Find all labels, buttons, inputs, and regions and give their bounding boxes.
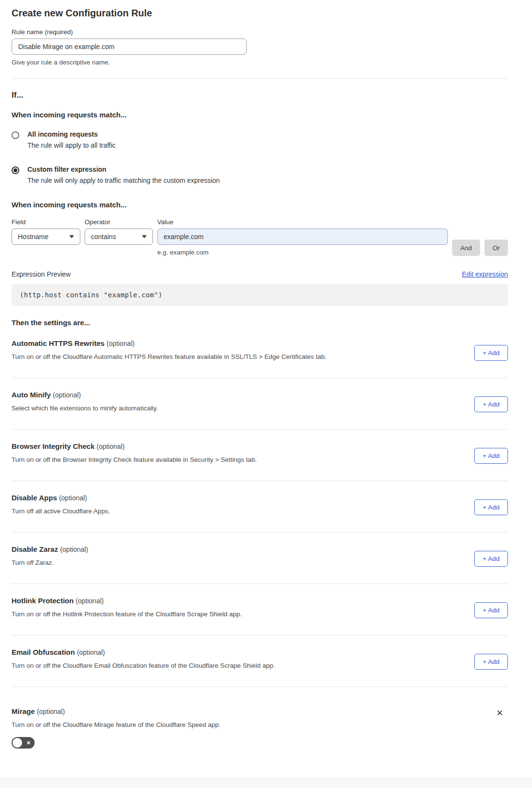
divider [12, 78, 508, 79]
setting-name: Browser Integrity Check [12, 442, 95, 450]
value-label: Value [157, 218, 448, 226]
setting-description: Turn on or off the Browser Integrity Che… [12, 456, 406, 463]
optional-label: (optional) [97, 443, 125, 450]
value-input[interactable] [157, 229, 448, 245]
radio-label: Custom filter expression [27, 165, 220, 173]
setting-name: Email Obfuscation [12, 648, 75, 656]
optional-label: (optional) [59, 494, 87, 502]
radio-option-custom-filter[interactable]: Custom filter expression The rule will o… [12, 165, 508, 184]
radio-label: All incoming requests [27, 130, 115, 138]
optional-label: (optional) [77, 648, 105, 656]
toggle-off-x-icon: ✕ [26, 740, 31, 746]
setting-section-mirage: Mirage (optional) ✕ Turn on or off the C… [12, 687, 508, 749]
settings-list: Automatic HTTPS Rewrites (optional) Turn… [12, 327, 508, 687]
rule-name-help: Give your rule a descriptive name. [12, 59, 508, 66]
add-setting-button[interactable]: + Add [474, 448, 508, 464]
footer-strip [0, 777, 532, 788]
filter-builder-row: Field Hostname Operator contains Value e… [12, 218, 508, 256]
setting-name: Automatic HTTPS Rewrites [12, 339, 104, 347]
page-title: Create new Configuration Rule [12, 8, 508, 19]
if-heading: If... [12, 90, 508, 100]
caret-down-icon [142, 235, 147, 238]
setting-section: Automatic HTTPS Rewrites (optional) Turn… [12, 327, 508, 378]
field-label: Field [12, 218, 80, 226]
setting-section: Auto Minify (optional) Select which file… [12, 378, 508, 430]
setting-section: Disable Apps (optional) Turn off all act… [12, 481, 508, 533]
optional-label: (optional) [107, 340, 135, 347]
add-setting-button[interactable]: + Add [474, 396, 508, 412]
setting-section: Browser Integrity Check (optional) Turn … [12, 430, 508, 481]
setting-section: Email Obfuscation (optional) Turn on or … [12, 635, 508, 687]
setting-name: Mirage [12, 707, 35, 715]
setting-description: Turn on or off the Hotlink Protection fe… [12, 610, 406, 618]
operator-label: Operator [85, 218, 153, 226]
operator-select-value: contains [91, 233, 116, 241]
setting-description: Turn off all active Cloudflare Apps. [12, 508, 406, 515]
filter-builder-heading: When incoming requests match... [12, 201, 508, 209]
and-button[interactable]: And [452, 240, 480, 256]
add-setting-button[interactable]: + Add [474, 345, 508, 361]
close-icon[interactable]: ✕ [495, 708, 504, 718]
mirage-toggle[interactable]: ✕ [12, 737, 35, 749]
setting-description: Turn on or off the Cloudflare Mirage fea… [12, 721, 406, 728]
value-help: e.g. example.com [157, 249, 448, 256]
optional-label: (optional) [37, 708, 65, 715]
create-rule-form: Create new Configuration Rule Rule name … [0, 0, 532, 749]
field-select[interactable]: Hostname [12, 229, 80, 245]
setting-description: Select which file extensions to minify a… [12, 405, 406, 412]
rule-name-input[interactable] [12, 38, 247, 55]
setting-name: Auto Minify [12, 391, 51, 399]
edit-expression-link[interactable]: Edit expression [462, 270, 508, 278]
radio-checked-icon[interactable] [12, 166, 19, 174]
optional-label: (optional) [60, 546, 88, 553]
optional-label: (optional) [76, 597, 103, 605]
optional-label: (optional) [53, 391, 81, 399]
field-select-value: Hostname [18, 233, 49, 241]
setting-section: Hotlink Protection (optional) Turn on or… [12, 584, 508, 635]
setting-description: Turn on or off the Cloudflare Automatic … [12, 353, 406, 360]
toggle-knob [13, 738, 22, 748]
setting-description: Turn on or off the Cloudflare Email Obfu… [12, 662, 406, 669]
match-type-radio-group: All incoming requests The rule will appl… [12, 130, 508, 184]
expression-preview-label: Expression Preview [12, 270, 71, 278]
setting-section: Disable Zaraz (optional) Turn off Zaraz.… [12, 533, 508, 584]
radio-option-all-requests[interactable]: All incoming requests The rule will appl… [12, 130, 508, 149]
rule-name-label: Rule name (required) [12, 28, 508, 36]
expression-code-block: (http.host contains "example.com") [12, 284, 508, 306]
or-button[interactable]: Or [484, 240, 508, 256]
setting-name: Hotlink Protection [12, 597, 74, 605]
radio-description: The rule will apply to all traffic [27, 141, 115, 149]
radio-description: The rule will only apply to traffic matc… [27, 177, 220, 184]
add-setting-button[interactable]: + Add [474, 551, 508, 567]
expression-preview-header: Expression Preview Edit expression [12, 270, 508, 278]
setting-description: Turn off Zaraz. [12, 559, 406, 566]
setting-name: Disable Zaraz [12, 545, 58, 553]
match-heading: When incoming requests match... [12, 111, 508, 119]
operator-select[interactable]: contains [85, 229, 153, 245]
caret-down-icon [69, 235, 74, 238]
radio-unchecked-icon[interactable] [12, 131, 19, 139]
add-setting-button[interactable]: + Add [474, 602, 508, 618]
add-setting-button[interactable]: + Add [474, 499, 508, 515]
settings-heading: Then the settings are... [12, 318, 508, 327]
setting-name: Disable Apps [12, 494, 57, 502]
add-setting-button[interactable]: + Add [474, 654, 508, 670]
